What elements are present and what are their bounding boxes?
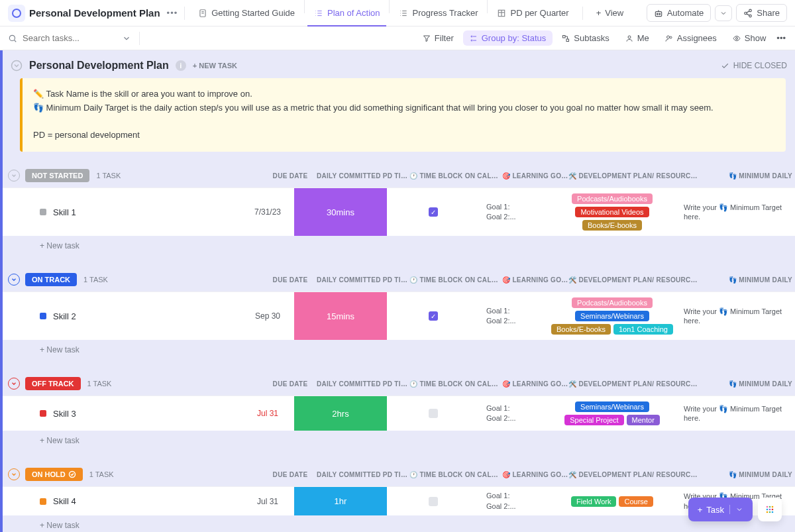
task-name-cell[interactable]: Skill 4	[3, 487, 241, 515]
timeblock-cell[interactable]	[387, 396, 480, 431]
task-row[interactable]: Skill 1 7/31/23 30mins ✓ Goal 1:Goal 2:.…	[3, 187, 795, 236]
resource-tag[interactable]: Podcasts/Audiobooks	[572, 193, 653, 204]
resource-tag[interactable]: Seminars/Webinars	[575, 401, 649, 412]
due-date-cell[interactable]: Jul 31	[241, 487, 294, 515]
resource-tag[interactable]: Books/E-books	[551, 324, 611, 335]
group-icon	[470, 34, 478, 42]
min-target-cell[interactable]: Write your 👣 Minimum Target here.	[678, 292, 795, 340]
checkbox-icon[interactable]	[429, 409, 438, 418]
task-row[interactable]: Skill 4 Jul 31 1hr Goal 1:Goal 2:... Fie…	[3, 486, 795, 515]
assignees-button[interactable]: Assignees	[659, 30, 723, 46]
resource-tag[interactable]: Podcasts/Audiobooks	[572, 297, 653, 308]
new-task-fab[interactable]: + Task	[688, 498, 753, 521]
callout-line: 👣 Minimum Daily Target is the daily acti…	[33, 101, 775, 115]
task-name-cell[interactable]: Skill 1	[3, 188, 241, 236]
min-target-cell[interactable]: Write your 👣 Minimum Target here.	[678, 188, 795, 236]
more-icon[interactable]: •••	[167, 8, 178, 18]
group-header: ON HOLD 1 TASK DUE DATE DAILY COMMITTED …	[3, 462, 795, 486]
page-title[interactable]: Personal Development Plan	[29, 7, 160, 19]
new-task-button[interactable]: + New task	[3, 515, 795, 532]
top-bar: Personal Development Plan ••• Getting St…	[0, 0, 795, 27]
filter-button[interactable]: Filter	[416, 30, 460, 46]
svg-rect-35	[566, 39, 569, 42]
goals-cell[interactable]: Goal 1:Goal 2:...	[480, 292, 546, 340]
timeblock-cell[interactable]: ✓	[387, 292, 480, 340]
due-date-cell[interactable]: Jul 31	[241, 396, 294, 431]
chevron-down-icon[interactable]	[122, 34, 131, 43]
new-task-button[interactable]: + NEW TASK	[193, 62, 237, 70]
task-name-cell[interactable]: Skill 3	[3, 396, 241, 431]
new-task-button[interactable]: + New task	[3, 340, 795, 360]
resource-tag[interactable]: Mentor	[627, 415, 660, 425]
automate-button[interactable]: Automate	[647, 4, 712, 22]
goals-cell[interactable]: Goal 1:Goal 2:...	[480, 188, 546, 236]
resources-cell[interactable]: Podcasts/AudiobooksSeminars/WebinarsBook…	[546, 292, 678, 340]
me-button[interactable]: Me	[619, 30, 656, 46]
tab-plan-of-action[interactable]: Plan of Action	[307, 0, 387, 27]
resources-cell[interactable]: Podcasts/AudiobooksMotivational VideosBo…	[546, 188, 678, 236]
resource-tag[interactable]: Motivational Videos	[575, 207, 649, 217]
tab-progress-tracker[interactable]: Progress Tracker	[392, 0, 484, 27]
status-chip[interactable]: NOT STARTED	[25, 169, 89, 182]
status-group: ON TRACK 1 TASK DUE DATE DAILY COMMITTED…	[3, 268, 795, 360]
groupby-button[interactable]: Group by: Status	[463, 30, 553, 46]
timeblock-cell[interactable]	[387, 487, 480, 515]
collapse-toggle[interactable]	[8, 274, 20, 286]
automate-dropdown[interactable]	[715, 5, 732, 21]
time-cell[interactable]: 1hr	[294, 487, 387, 515]
groupby-label: Group by: Status	[482, 33, 547, 43]
due-date-cell[interactable]: 7/31/23	[241, 188, 294, 236]
status-chip[interactable]: OFF TRACK	[25, 377, 81, 390]
resource-tag[interactable]: Course	[619, 496, 653, 507]
add-view-button[interactable]: + View	[590, 0, 631, 27]
apps-fab[interactable]	[758, 498, 782, 521]
tab-getting-started-guide[interactable]: Getting Started Guide	[191, 0, 301, 27]
task-row[interactable]: Skill 2 Sep 30 15mins ✓ Goal 1:Goal 2:..…	[3, 292, 795, 340]
time-cell[interactable]: 30mins	[294, 188, 387, 236]
collapse-toggle[interactable]	[8, 468, 20, 480]
resources-cell[interactable]: Seminars/WebinarsSpecial ProjectMentor	[546, 396, 678, 431]
subtasks-button[interactable]: Subtasks	[555, 30, 615, 46]
share-button[interactable]: Share	[736, 4, 787, 22]
goals-cell[interactable]: Goal 1:Goal 2:...	[480, 396, 546, 431]
main-content: Personal Development Plan i + NEW TASK H…	[0, 50, 795, 532]
new-task-button[interactable]: + New task	[3, 236, 795, 256]
task-row[interactable]: Skill 3 Jul 31 2hrs Goal 1:Goal 2:... Se…	[3, 396, 795, 431]
col-timeblock: 🕐 TIME BLOCK ON CALENDAR	[409, 380, 502, 388]
resources-cell[interactable]: Field WorkCourse	[546, 487, 678, 515]
more-button[interactable]: •••	[775, 30, 787, 46]
checkbox-icon[interactable]: ✓	[429, 311, 438, 321]
time-cell[interactable]: 15mins	[294, 292, 387, 340]
resource-tag[interactable]: Special Project	[564, 415, 623, 425]
resource-tag[interactable]: Books/E-books	[582, 220, 642, 231]
time-cell[interactable]: 2hrs	[294, 396, 387, 431]
min-target-cell[interactable]: Write your 👣 Minimum Target here.	[678, 396, 795, 431]
resource-tag[interactable]: Field Work	[571, 496, 616, 507]
hide-closed-button[interactable]: HIDE CLOSED	[721, 61, 787, 70]
checkbox-icon[interactable]	[429, 497, 438, 506]
new-task-button[interactable]: + New task	[3, 431, 795, 451]
goals-cell[interactable]: Goal 1:Goal 2:...	[480, 487, 546, 515]
due-date-cell[interactable]: Sep 30	[241, 292, 294, 340]
task-name-cell[interactable]: Skill 2	[3, 292, 241, 340]
plus-icon: +	[596, 8, 602, 18]
tab-pd-per-quarter[interactable]: PD per Quarter	[490, 0, 575, 27]
status-chip[interactable]: ON TRACK	[25, 273, 77, 286]
search-box[interactable]	[8, 33, 127, 43]
task-name: Skill 4	[53, 496, 76, 506]
app-logo[interactable]	[8, 5, 25, 22]
list-icon	[314, 9, 323, 18]
group-header: OFF TRACK 1 TASK DUE DATE DAILY COMMITTE…	[3, 372, 795, 396]
info-icon[interactable]: i	[176, 60, 186, 71]
chevron-down-icon[interactable]	[11, 60, 23, 72]
resource-tag[interactable]: 1on1 Coaching	[613, 324, 673, 335]
timeblock-cell[interactable]: ✓	[387, 188, 480, 236]
collapse-toggle[interactable]	[8, 378, 20, 390]
status-chip[interactable]: ON HOLD	[25, 468, 83, 481]
show-button[interactable]: Show	[726, 30, 773, 46]
collapse-toggle[interactable]	[8, 170, 20, 182]
svg-point-23	[745, 12, 747, 15]
search-input[interactable]	[23, 33, 102, 43]
checkbox-icon[interactable]: ✓	[429, 207, 438, 217]
resource-tag[interactable]: Seminars/Webinars	[575, 311, 649, 321]
